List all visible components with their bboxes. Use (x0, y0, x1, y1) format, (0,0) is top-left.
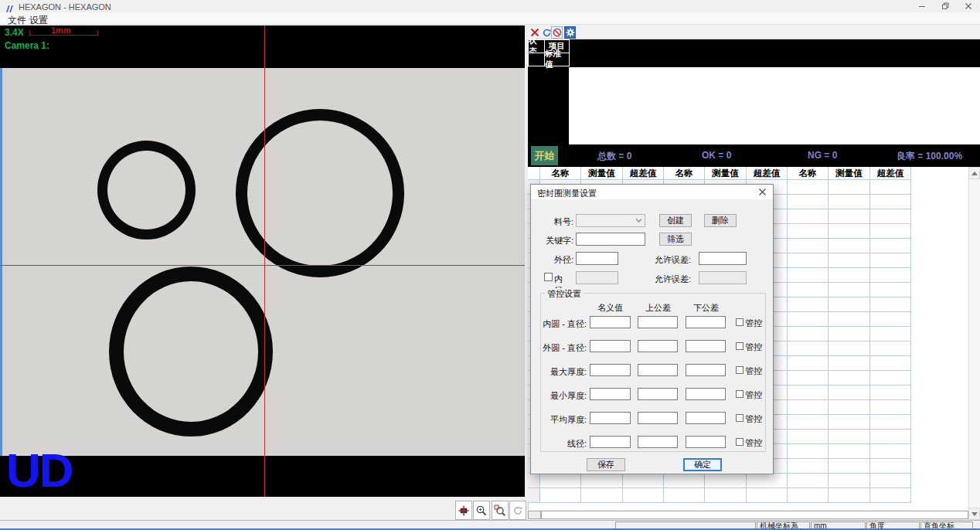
zoom-region-button[interactable] (492, 501, 509, 520)
result-cell (664, 474, 705, 488)
result-cell (788, 239, 829, 253)
nominal-input[interactable] (590, 316, 631, 328)
results-table-header: 名称测量值超差值名称测量值超差值名称测量值超差值 (528, 167, 911, 180)
result-cell (870, 209, 911, 224)
control-checkbox[interactable] (736, 318, 744, 326)
center-camera-button[interactable] (455, 501, 472, 520)
result-cell (870, 312, 911, 327)
table-row (528, 474, 912, 488)
close-window-icon[interactable] (957, 0, 980, 12)
title-bar: HEXAGON - HEXAGON (0, 0, 980, 12)
result-cell (870, 239, 911, 253)
ok-button[interactable]: 确定 (683, 458, 722, 471)
outer-diameter-input[interactable] (576, 252, 618, 265)
result-cell (540, 488, 581, 503)
nominal-input[interactable] (590, 436, 631, 448)
part-number-dropdown[interactable] (576, 214, 645, 227)
control-checkbox-label: 管控 (745, 389, 762, 401)
gear-icon[interactable] (564, 26, 576, 39)
result-cell (829, 297, 870, 312)
result-cell (581, 474, 623, 488)
status-field: 机械坐标系 (757, 522, 810, 529)
control-checkbox[interactable] (736, 414, 744, 422)
upper-input[interactable] (638, 412, 678, 424)
restore-button[interactable] (934, 0, 957, 12)
dialog-close-icon[interactable] (757, 187, 767, 197)
nominal-input[interactable] (590, 340, 631, 352)
scroll-corner-box (528, 511, 541, 519)
inner-tolerance-input[interactable] (699, 271, 747, 284)
result-cell (829, 400, 870, 415)
refresh-view-button[interactable] (509, 501, 526, 520)
result-cell (870, 474, 911, 488)
result-cell (870, 283, 911, 297)
lower-input[interactable] (686, 412, 726, 424)
nominal-input[interactable] (590, 412, 631, 424)
result-cell (829, 283, 870, 297)
control-checkbox[interactable] (736, 390, 744, 398)
lower-input[interactable] (686, 316, 726, 328)
scroll-up-icon[interactable] (968, 167, 980, 179)
result-cell (747, 474, 788, 488)
status-field-empty (615, 522, 756, 529)
seal-measure-settings-dialog: 密封圈测量设置 料号: 创建 删除 关键字: 筛选 外径: 允许误差: 内径: … (530, 184, 774, 474)
result-cell (829, 430, 870, 444)
upper-input[interactable] (638, 316, 678, 328)
upper-input[interactable] (638, 340, 678, 352)
result-cell (788, 356, 829, 371)
keyword-input[interactable] (576, 233, 645, 246)
results-column-header: 名称 (540, 167, 581, 180)
result-cell (829, 268, 870, 283)
result-cell (788, 341, 829, 356)
result-cell (870, 459, 911, 474)
result-cell (829, 341, 870, 356)
save-button[interactable]: 保存 (587, 458, 625, 471)
horizontal-scrollbar[interactable] (541, 511, 968, 519)
result-cell (829, 209, 870, 224)
result-cell (788, 209, 829, 224)
start-button[interactable]: 开始 (531, 146, 558, 165)
control-checkbox[interactable] (736, 438, 744, 446)
upper-input[interactable] (638, 364, 678, 376)
result-cell (788, 386, 829, 400)
nominal-input[interactable] (590, 364, 631, 376)
result-cell (829, 180, 870, 195)
result-cell (829, 459, 870, 474)
minimize-button[interactable] (910, 0, 934, 12)
ok-count: OK = 0 (702, 150, 731, 161)
ref-header-status: 状态 (528, 39, 545, 53)
zoom-crosshair-button[interactable] (473, 501, 490, 520)
nominal-input[interactable] (590, 388, 631, 400)
inner-diameter-input[interactable] (576, 271, 618, 284)
lower-input[interactable] (686, 364, 726, 376)
lower-input[interactable] (686, 436, 726, 448)
camera-edge-artifact (0, 68, 2, 456)
lower-input[interactable] (686, 388, 726, 400)
control-checkbox[interactable] (736, 342, 744, 350)
result-cell (788, 195, 829, 209)
inner-diameter-checkbox[interactable] (544, 273, 553, 281)
result-cell (829, 474, 870, 488)
upper-input[interactable] (638, 436, 678, 448)
result-cell (705, 488, 747, 503)
result-cell (829, 444, 870, 459)
results-column-header: 超差值 (870, 167, 911, 180)
scroll-down-icon[interactable] (968, 508, 980, 520)
result-cell (581, 488, 623, 503)
status-field: 角度 (866, 522, 920, 529)
result-cell (870, 180, 911, 195)
lower-input[interactable] (686, 340, 726, 352)
control-checkbox[interactable] (736, 366, 744, 374)
stop-icon[interactable] (551, 26, 563, 39)
delete-button[interactable]: 删除 (704, 214, 737, 227)
yield-rate: 良率 = 100.00% (897, 150, 962, 163)
results-column-header: 名称 (664, 167, 705, 180)
app-window: HEXAGON - HEXAGON 文件设置 3.4X 1mm Camera 1… (0, 0, 980, 530)
vertical-scrollbar[interactable] (968, 167, 980, 520)
filter-button[interactable]: 筛选 (659, 233, 692, 246)
outer-tolerance-input[interactable] (699, 252, 747, 265)
result-cell (870, 356, 911, 371)
upper-input[interactable] (638, 388, 678, 400)
results-column-header: 超差值 (747, 167, 788, 180)
create-button[interactable]: 创建 (659, 214, 692, 227)
